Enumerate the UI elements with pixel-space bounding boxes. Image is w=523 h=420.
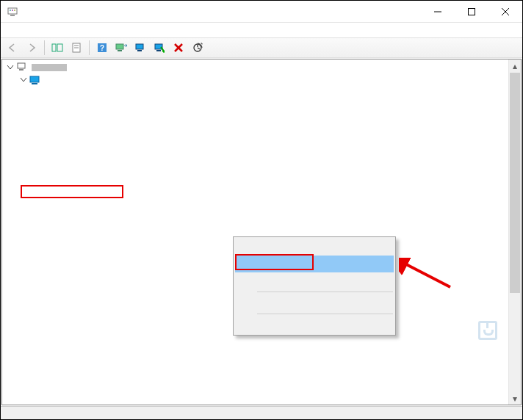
ctx-properties[interactable] — [235, 316, 394, 333]
tree-category-network-adapters[interactable] — [4, 73, 508, 86]
svg-point-3 — [12, 10, 13, 11]
ctx-separator — [257, 314, 393, 314]
tree-root[interactable] — [4, 61, 508, 73]
ctx-separator — [257, 292, 393, 292]
toolbar-update-driver-button[interactable] — [112, 39, 130, 57]
toolbar-enable-button[interactable] — [131, 39, 149, 57]
tree-root-label — [30, 62, 68, 73]
ctx-update-driver[interactable] — [235, 239, 394, 256]
toolbar: ? — [1, 37, 522, 58]
menu-help[interactable] — [43, 29, 55, 32]
close-button[interactable] — [488, 1, 522, 23]
toolbar-scan-hardware-button[interactable] — [189, 39, 206, 57]
svg-rect-24 — [19, 69, 24, 70]
toolbar-forward-button[interactable] — [23, 39, 40, 57]
svg-rect-6 — [469, 8, 475, 15]
statusbar — [1, 406, 522, 419]
ctx-scan-hardware[interactable] — [235, 294, 394, 311]
menu-file[interactable] — [4, 29, 15, 32]
context-menu — [233, 236, 396, 336]
svg-rect-19 — [137, 50, 142, 51]
toolbar-disable-button[interactable] — [151, 39, 168, 57]
ctx-disable-device[interactable] — [235, 256, 394, 272]
scroll-up-button[interactable]: ▴ — [509, 59, 521, 72]
svg-rect-1 — [10, 15, 15, 16]
tree-panel: ▴ ▾ — [1, 59, 522, 405]
svg-rect-21 — [156, 50, 161, 51]
svg-rect-10 — [57, 44, 62, 51]
toolbar-properties-button[interactable] — [68, 39, 85, 57]
toolbar-help-button[interactable]: ? — [93, 39, 111, 57]
svg-point-4 — [14, 10, 15, 11]
obscured-text — [32, 64, 67, 71]
toolbar-separator — [44, 40, 45, 55]
menubar — [1, 23, 522, 37]
scroll-thumb[interactable] — [510, 73, 520, 293]
svg-rect-23 — [18, 63, 25, 68]
toolbar-uninstall-button[interactable] — [170, 39, 187, 57]
ctx-uninstall-device[interactable] — [235, 272, 394, 289]
minimize-button[interactable] — [421, 1, 455, 23]
svg-rect-26 — [32, 83, 37, 84]
titlebar — [1, 1, 522, 23]
scroll-down-button[interactable]: ▾ — [509, 392, 521, 405]
toolbar-show-hide-console-button[interactable] — [48, 39, 66, 57]
app-icon — [7, 6, 18, 18]
svg-rect-18 — [136, 44, 143, 49]
toolbar-back-button[interactable] — [4, 39, 21, 57]
toolbar-separator — [89, 40, 90, 55]
svg-point-2 — [10, 10, 11, 11]
svg-rect-9 — [52, 44, 56, 51]
device-tree[interactable] — [4, 61, 508, 403]
maximize-button[interactable] — [455, 1, 488, 23]
menu-view[interactable] — [30, 29, 42, 32]
vertical-scrollbar[interactable]: ▴ ▾ — [508, 59, 521, 405]
svg-rect-25 — [30, 76, 39, 82]
svg-rect-16 — [116, 44, 123, 49]
computer-icon — [16, 62, 28, 73]
menu-action[interactable] — [17, 29, 29, 32]
chevron-down-icon[interactable] — [18, 75, 29, 85]
svg-rect-17 — [118, 50, 122, 51]
network-adapter-icon — [29, 74, 41, 86]
svg-text:?: ? — [100, 44, 104, 52]
chevron-down-icon[interactable] — [5, 62, 15, 73]
